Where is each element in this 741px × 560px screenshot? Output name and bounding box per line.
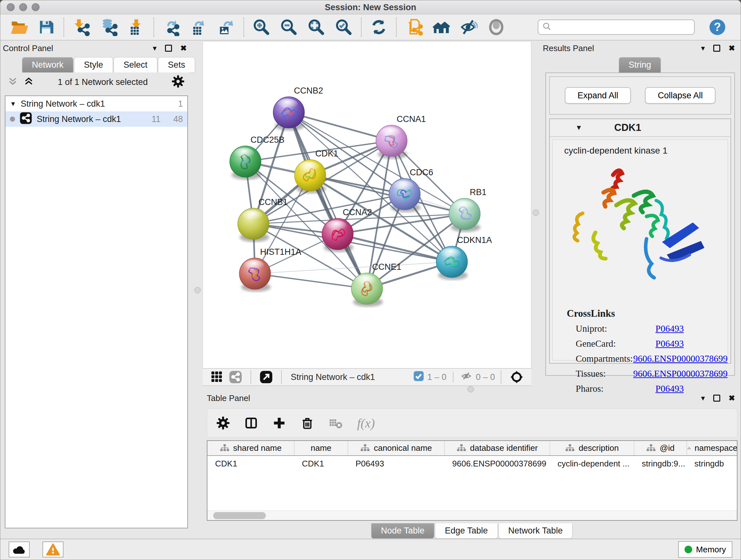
tab-edge-table[interactable]: Edge Table [435, 523, 498, 539]
gene-expander-icon[interactable]: ▼ [576, 124, 583, 132]
table-horizontal-scrollbar[interactable] [207, 510, 737, 520]
tab-network[interactable]: Network [22, 57, 73, 72]
panel-close-icon[interactable]: ✖ [729, 394, 735, 402]
column-header-namespace[interactable]: namespace [687, 441, 738, 455]
network-node-CDKN1A[interactable]: CDKN1A [436, 235, 492, 280]
tab-sets[interactable]: Sets [158, 57, 195, 72]
table-cell: cyclin-dependent ... [550, 455, 634, 472]
network-options-gear-icon[interactable] [172, 75, 185, 89]
zoom-selected-icon[interactable] [334, 17, 353, 37]
column-header-@id[interactable]: @id [634, 441, 687, 455]
network-canvas[interactable]: CCNB2 CCNA1 CDC25B CDK1 [203, 42, 531, 368]
network-node-CCNA1[interactable]: CCNA1 [376, 114, 426, 159]
open-session-icon[interactable] [9, 17, 28, 37]
cloud-status-button[interactable] [9, 542, 30, 557]
table-panel-title: Table Panel [207, 393, 701, 403]
refresh-view-icon[interactable] [369, 17, 388, 37]
column-header-shared-name[interactable]: shared name [207, 441, 294, 455]
import-network-database-icon[interactable] [99, 17, 118, 37]
network-row[interactable]: String Network – cdk1 11 48 [5, 111, 187, 127]
protein-structure-image [565, 162, 715, 300]
gear-icon[interactable] [216, 416, 230, 430]
birdseye-grid-icon[interactable] [210, 370, 224, 384]
show-all-icon[interactable] [487, 17, 506, 37]
import-network-file-icon[interactable] [72, 17, 91, 37]
network-collection-row[interactable]: ▼ String Network – cdk1 1 [5, 96, 187, 111]
add-icon[interactable] [272, 416, 286, 430]
panel-collapse-icon[interactable]: ▾ [701, 44, 705, 53]
network-selection-status: 1 of 1 Network selected [34, 77, 172, 87]
help-button[interactable]: ? [709, 18, 726, 36]
network-share-icon[interactable] [229, 370, 242, 384]
network-node-CCNB1[interactable]: CCNB1 [238, 197, 288, 242]
zoom-in-icon[interactable] [252, 17, 271, 37]
network-view-title: String Network – cdk1 [291, 372, 413, 382]
crosslink-link[interactable]: P06493 [656, 323, 684, 334]
zoom-fit-icon[interactable] [307, 17, 326, 37]
crosslink-link[interactable]: P06493 [656, 338, 684, 349]
table-row[interactable]: CDK1CDK1P064939606.ENSP00000378699cyclin… [207, 455, 738, 472]
import-table-icon[interactable] [127, 17, 146, 37]
column-header-canonical-name[interactable]: canonical name [348, 441, 445, 455]
search-field[interactable] [538, 19, 695, 35]
crosslink-link[interactable]: 9606.ENSP00000378699 [633, 368, 728, 379]
trash-icon[interactable] [300, 416, 314, 430]
warnings-button[interactable] [43, 542, 64, 557]
expand-all-button[interactable]: Expand All [565, 87, 631, 104]
collapse-all-networks-icon[interactable] [7, 76, 18, 88]
crosslink-row: Compartments:9606.ENSP00000378699 [576, 351, 728, 366]
save-session-icon[interactable] [37, 17, 56, 37]
home-icon[interactable] [432, 17, 451, 37]
export-network-icon[interactable] [162, 17, 181, 37]
network-node-CDK1[interactable]: CDK1 [294, 149, 338, 193]
export-table-icon[interactable] [189, 17, 208, 37]
table-cell: CDK1 [207, 455, 294, 472]
crosslink-link[interactable]: 9606.ENSP00000378699 [633, 354, 728, 364]
network-annotation-icon[interactable] [404, 17, 423, 37]
column-header-description[interactable]: description [550, 441, 634, 455]
vertical-splitter-handle[interactable] [194, 287, 201, 294]
column-header-name[interactable]: name [294, 441, 348, 455]
expand-all-networks-icon[interactable] [23, 76, 34, 88]
tab-string[interactable]: String [619, 57, 661, 72]
status-bar: Memory [0, 539, 741, 560]
tab-network-table[interactable]: Network Table [498, 523, 573, 539]
open-in-new-window-icon[interactable] [259, 370, 273, 384]
tab-node-table[interactable]: Node Table [371, 523, 434, 539]
columns-icon[interactable] [244, 416, 258, 430]
panel-close-icon[interactable]: ✖ [180, 44, 187, 53]
horizontal-splitter-handle[interactable] [468, 386, 474, 392]
column-header-database-identifier[interactable]: database identifier [445, 441, 550, 455]
fit-selected-crosshair-icon[interactable] [510, 370, 524, 384]
collapse-all-button[interactable]: Collapse All [645, 87, 716, 104]
table-cell: stringdb:9... [634, 455, 687, 472]
export-image-icon[interactable] [217, 17, 236, 37]
vertical-splitter-handle[interactable] [533, 209, 539, 216]
network-node-HIST1H1A[interactable]: HIST1H1A [239, 247, 301, 292]
scrollbar-thumb[interactable] [213, 512, 266, 519]
node-label: CCNE1 [372, 262, 401, 272]
crosslink-label: Compartments: [576, 354, 633, 364]
panel-float-icon[interactable] [713, 45, 720, 52]
panel-close-icon[interactable]: ✖ [729, 44, 735, 53]
search-input[interactable] [552, 21, 690, 34]
network-node-CCNB2[interactable]: CCNB2 [273, 86, 323, 131]
tree-expander-icon[interactable]: ▼ [10, 100, 16, 108]
panel-float-icon[interactable] [713, 395, 720, 401]
panel-collapse-icon[interactable]: ▾ [153, 44, 157, 53]
panel-float-icon[interactable] [165, 45, 172, 52]
node-table[interactable]: shared namenamecanonical namedatabase id… [207, 440, 738, 521]
main-toolbar: ? [0, 14, 741, 41]
tab-select[interactable]: Select [114, 57, 157, 72]
hide-selected-icon[interactable] [459, 17, 478, 37]
table-toolbar: f(x) [207, 408, 738, 438]
network-node-RB1[interactable]: RB1 [449, 187, 487, 232]
control-panel: Control Panel ▾ ✖ NetworkStyleSelectSets… [3, 42, 189, 533]
zoom-out-icon[interactable] [279, 17, 298, 37]
tab-style[interactable]: Style [74, 57, 113, 72]
memory-button[interactable]: Memory [678, 541, 732, 558]
network-view-toolbar: String Network – cdk1 1 – 0 0 – 0 [203, 368, 531, 386]
gene-description: cyclin-dependent kinase 1 [553, 140, 728, 156]
panel-collapse-icon[interactable]: ▾ [701, 394, 705, 402]
search-icon [542, 22, 552, 33]
